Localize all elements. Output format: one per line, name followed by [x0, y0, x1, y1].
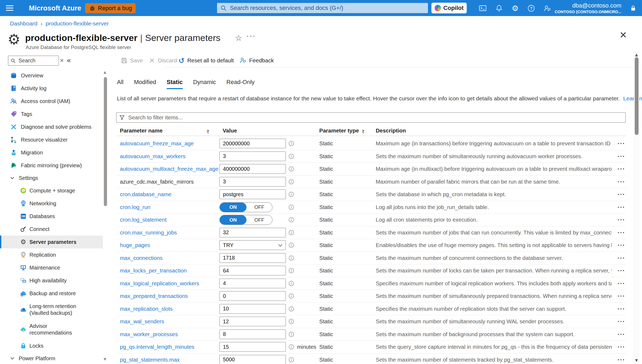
value-dropdown[interactable]: TRY: [219, 240, 286, 250]
parameter-name-link[interactable]: cron.database_name: [120, 191, 172, 198]
info-icon[interactable]: [288, 192, 294, 197]
value-input[interactable]: [219, 304, 286, 314]
global-search-input[interactable]: [229, 4, 425, 12]
parameter-name-link[interactable]: autovacuum_freeze_max_age: [120, 140, 194, 147]
sidebar-collapse-icon[interactable]: «: [67, 56, 71, 65]
sidebar-item-maintenance[interactable]: Maintenance: [0, 261, 103, 274]
value-input[interactable]: [219, 177, 286, 187]
value-input[interactable]: [219, 279, 286, 288]
row-actions-button[interactable]: ···: [616, 331, 627, 338]
row-actions-button[interactable]: ···: [616, 318, 627, 325]
row-actions-button[interactable]: ···: [616, 216, 627, 223]
row-actions-button[interactable]: ···: [616, 267, 627, 274]
feedback-button[interactable]: Feedback: [240, 55, 274, 66]
row-actions-button[interactable]: ···: [616, 280, 627, 287]
info-icon[interactable]: [288, 344, 294, 350]
sidebar-item-advisor[interactable]: Advisorrecommendations: [0, 320, 103, 339]
parameter-name-link[interactable]: max_locks_per_transaction: [120, 267, 187, 274]
value-input[interactable]: [219, 253, 286, 263]
value-input[interactable]: [219, 329, 286, 339]
row-actions-button[interactable]: ···: [616, 203, 627, 211]
row-actions-button[interactable]: ···: [616, 140, 627, 147]
row-actions-button[interactable]: ···: [616, 293, 627, 300]
parameter-name-link[interactable]: cron.max_running_jobs: [120, 229, 177, 236]
discard-button[interactable]: Discard: [149, 55, 177, 66]
parameter-name-link[interactable]: cron.log_run: [120, 204, 150, 210]
row-actions-button[interactable]: ···: [616, 153, 627, 160]
sidebar-search-input[interactable]: [18, 57, 56, 64]
info-icon[interactable]: [288, 179, 294, 184]
parameter-name-link[interactable]: huge_pages: [120, 242, 150, 248]
info-icon[interactable]: [288, 306, 294, 312]
value-input[interactable]: [219, 228, 286, 237]
parameter-name-link[interactable]: autovacuum_multixact_freeze_max_age: [120, 166, 218, 172]
value-input[interactable]: [219, 355, 286, 364]
report-a-bug-button[interactable]: Report a bug: [85, 3, 136, 13]
info-icon[interactable]: [288, 280, 294, 286]
tab-modified[interactable]: Modified: [134, 79, 156, 89]
toggle-off-segment[interactable]: OFF: [246, 203, 272, 212]
row-actions-button[interactable]: ···: [616, 191, 627, 198]
info-icon[interactable]: [288, 230, 294, 235]
sidebar-item-activity-log[interactable]: Activity log: [0, 82, 103, 95]
sidebar-item-locks[interactable]: Locks: [0, 339, 103, 352]
sidebar-item-diagnose-and-solve-problems[interactable]: Diagnose and solve problems: [0, 120, 103, 133]
hamburger-menu-icon[interactable]: [5, 4, 14, 12]
sidebar-group-power-platform[interactable]: Power Platform: [0, 352, 103, 364]
tab-all[interactable]: All: [117, 79, 123, 89]
info-icon[interactable]: [288, 141, 294, 146]
close-blade-icon[interactable]: ×: [620, 29, 627, 41]
sidebar-item-server-parameters[interactable]: ⚙Server parameters: [0, 236, 103, 248]
sort-icon[interactable]: ↑↓: [206, 127, 209, 133]
row-actions-button[interactable]: ···: [616, 178, 627, 185]
main-scroll-down-icon[interactable]: ▼: [635, 358, 638, 362]
sidebar-item-high-availability[interactable]: High availability: [0, 274, 103, 287]
row-actions-button[interactable]: ···: [616, 305, 627, 312]
info-icon[interactable]: [288, 217, 294, 223]
settings-gear-icon[interactable]: ⚙: [511, 4, 520, 13]
main-scroll-up-icon[interactable]: ▲: [635, 52, 638, 57]
user-feedback-icon[interactable]: [543, 4, 552, 13]
sidebar-item-compute-storage[interactable]: sCompute + storage: [0, 184, 103, 197]
value-input[interactable]: [219, 164, 286, 174]
sidebar-scrollbar-thumb[interactable]: [104, 77, 107, 206]
value-input[interactable]: [219, 189, 286, 199]
parameter-name-link[interactable]: max_wal_senders: [120, 318, 164, 325]
tab-static[interactable]: Static: [167, 79, 183, 89]
filter-input[interactable]: [128, 114, 623, 121]
tab-dynamic[interactable]: Dynamic: [193, 79, 216, 89]
sidebar-item-databases[interactable]: DBDatabases: [0, 210, 103, 223]
parameter-name-link[interactable]: max_connections: [120, 255, 163, 261]
sidebar-item-overview[interactable]: Overview: [0, 69, 103, 82]
parameter-name-link[interactable]: autovacuum_max_workers: [120, 153, 185, 160]
sidebar-item-fabric-mirroring-preview[interactable]: Fabric mirroring (preview): [0, 159, 103, 172]
breadcrumb-server-link[interactable]: production-flexible-server: [45, 20, 109, 26]
info-icon[interactable]: [288, 319, 294, 324]
sidebar-item-access-control-iam[interactable]: Access control (IAM): [0, 95, 103, 108]
sidebar-item-replication[interactable]: Replication: [0, 248, 103, 261]
value-input[interactable]: [219, 291, 286, 301]
sidebar-item-long-term-retention[interactable]: Long-term retention(Vaulted backups): [0, 300, 103, 320]
value-input[interactable]: [219, 266, 286, 275]
row-actions-button[interactable]: ···: [616, 165, 627, 173]
sidebar-item-networking[interactable]: Networking: [0, 197, 103, 210]
reset-all-button[interactable]: ↺ Reset all to default: [178, 55, 234, 66]
sidebar-group-settings[interactable]: Settings: [0, 172, 103, 184]
sidebar-scroll-down-icon[interactable]: ▼: [104, 357, 106, 361]
toggle-on-segment[interactable]: ON: [220, 215, 246, 225]
help-icon[interactable]: ?: [527, 4, 536, 13]
toggle-off-segment[interactable]: OFF: [246, 215, 272, 225]
row-actions-button[interactable]: ···: [616, 229, 627, 236]
parameter-name-link[interactable]: max_worker_processes: [120, 331, 178, 338]
favorite-star-icon[interactable]: ☆: [235, 33, 242, 43]
sidebar-item-connect[interactable]: Connect: [0, 223, 103, 236]
sidebar-search-clear-icon[interactable]: ×: [60, 57, 64, 64]
parameter-name-link[interactable]: pg_stat_statements.max: [120, 357, 180, 363]
info-icon[interactable]: [288, 357, 294, 362]
sidebar-item-tags[interactable]: Tags: [0, 108, 103, 120]
toggle-on-segment[interactable]: ON: [220, 203, 246, 212]
account-menu[interactable]: dba@contoso.com CONTOSO (CONTOSO.ONMICRO…: [555, 2, 621, 14]
notifications-bell-icon[interactable]: [495, 4, 504, 13]
value-input[interactable]: [219, 151, 286, 161]
value-toggle[interactable]: ONOFF: [219, 202, 272, 212]
